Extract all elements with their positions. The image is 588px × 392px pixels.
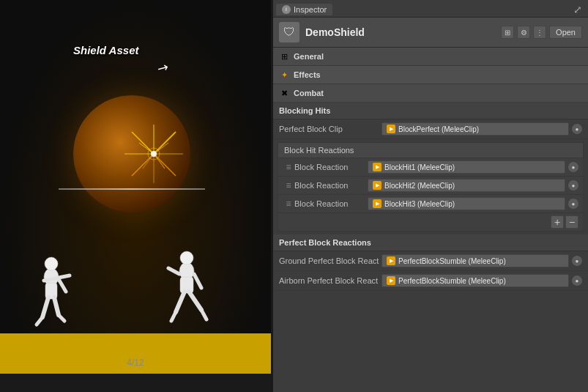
perfect-block-clip-text: BlockPerfect (MeleeClip) [398, 125, 479, 133]
indent-icon-3: ≡ [283, 199, 294, 209]
block-reaction-dot-1[interactable]: ● [568, 162, 578, 172]
ground-perfect-block-clip[interactable]: ▶ PerfectBlockStumble (MeleeClip) [382, 254, 569, 267]
airborn-perfect-block-clip[interactable]: ▶ PerfectBlockStumble (MeleeClip) [382, 274, 569, 287]
svg-line-4 [154, 132, 176, 154]
effects-icon: ✦ [279, 70, 289, 80]
clip-icon-3: ▶ [373, 181, 382, 190]
combat-label: Combat [294, 89, 324, 97]
effects-label: Effects [294, 70, 321, 79]
svg-line-17 [59, 279, 66, 292]
block-reaction-dot-3[interactable]: ● [568, 199, 578, 209]
annotation-text: Shield Asset [73, 44, 138, 56]
general-label: General [294, 52, 324, 61]
combat-icon: ✖ [279, 88, 289, 98]
svg-line-26 [194, 274, 201, 288]
inspector-header: 🛡 DemoShield ⊞ ⚙ ⋮ Open [273, 18, 588, 48]
section-general[interactable]: ⊞ General [273, 48, 588, 66]
indent-icon-2: ≡ [283, 180, 294, 191]
svg-line-19 [42, 297, 48, 317]
block-reaction-value-2: ▶ BlockHit2 (MeleeClip) ● [368, 179, 578, 192]
fighter-right [161, 248, 212, 337]
ground-perfect-block-value: ▶ PerfectBlockStumble (MeleeClip) ● [382, 254, 582, 267]
block-reaction-clip-3[interactable]: ▶ BlockHit3 (MeleeClip) [368, 197, 565, 210]
clip-icon-1: ▶ [387, 125, 395, 133]
inspector-tab-label: Inspector [294, 5, 327, 14]
annotation-arrow: ↗ [155, 59, 172, 78]
section-effects[interactable]: ✦ Effects [273, 66, 588, 84]
svg-line-22 [59, 315, 64, 321]
block-reaction-clip-1[interactable]: ▶ BlockHit1 (MeleeClip) [368, 160, 565, 174]
clip-icon-2: ▶ [373, 163, 382, 171]
block-reaction-row-3: ≡ Block Reaction ▶ BlockHit3 (MeleeClip)… [278, 195, 583, 213]
block-reaction-text-1: BlockHit1 (MeleeClip) [384, 163, 455, 171]
header-icon-btn-1[interactable]: ⊞ [501, 26, 514, 39]
airborn-perfect-block-label: Airborn Perfect Block React [279, 276, 382, 285]
svg-line-28 [176, 292, 185, 312]
perfect-block-clip-value: ▶ BlockPerfect (MeleeClip) ● [382, 122, 582, 136]
svg-point-12 [151, 151, 157, 157]
section-combat[interactable]: ✖ Combat [273, 84, 588, 103]
header-buttons: ⊞ ⚙ ⋮ Open [501, 26, 582, 39]
svg-rect-27 [180, 277, 193, 293]
page-counter: 4/12 [0, 358, 271, 368]
inspector-tab-bar: i Inspector ⤢ [273, 0, 588, 18]
viewport-background: Shield Asset ↗ [0, 0, 271, 374]
inspector-tab[interactable]: i Inspector [276, 4, 332, 15]
svg-line-21 [54, 297, 59, 315]
inspector-panel: i Inspector ⤢ 🛡 DemoShield ⊞ ⚙ ⋮ Open ⊞ … [273, 0, 588, 392]
general-icon: ⊞ [279, 51, 289, 62]
block-reaction-label-2: Block Reaction [294, 181, 368, 190]
open-button[interactable]: Open [549, 26, 582, 39]
remove-reaction-button[interactable]: − [565, 215, 578, 229]
svg-line-2 [132, 154, 154, 176]
block-reaction-dot-2[interactable]: ● [568, 180, 578, 191]
perfect-block-clip-field[interactable]: ▶ BlockPerfect (MeleeClip) [382, 122, 569, 136]
svg-line-29 [171, 312, 176, 321]
add-remove-row: + − [278, 213, 583, 231]
block-reaction-text-3: BlockHit3 (MeleeClip) [384, 200, 455, 208]
block-reaction-clip-2[interactable]: ▶ BlockHit2 (MeleeClip) [368, 179, 565, 192]
block-reaction-label-1: Block Reaction [294, 163, 368, 171]
clip-icon-5: ▶ [387, 256, 395, 265]
shield-icon: 🛡 [279, 22, 299, 42]
block-reaction-label-3: Block Reaction [294, 199, 368, 208]
ground-perfect-block-text: PerfectBlockStumble (MeleeClip) [398, 257, 506, 265]
svg-line-0 [132, 132, 154, 154]
perfect-block-dot-btn[interactable]: ● [572, 124, 582, 134]
svg-line-30 [189, 292, 201, 310]
block-reaction-value-3: ▶ BlockHit3 (MeleeClip) ● [368, 197, 578, 210]
blocking-hits-header: Blocking Hits [273, 103, 588, 119]
sword-line [59, 188, 205, 190]
fighter-left [29, 255, 73, 337]
add-reaction-button[interactable]: + [551, 215, 564, 229]
svg-point-24 [180, 251, 193, 265]
asset-name: DemoShield [305, 26, 495, 38]
clip-icon-6: ▶ [387, 276, 395, 285]
header-icon-btn-2[interactable]: ⚙ [517, 26, 530, 39]
game-viewport: Shield Asset ↗ 4/12 [0, 0, 271, 374]
block-hit-reactions-group: Block Hit Reactions ≡ Block Reaction ▶ B… [278, 142, 584, 232]
airborn-perfect-block-value: ▶ PerfectBlockStumble (MeleeClip) ● [382, 274, 582, 287]
ground-perfect-block-label: Ground Perfect Block React [279, 256, 382, 265]
ground-perfect-block-row: Ground Perfect Block React ▶ PerfectBloc… [273, 251, 588, 271]
airborn-perfect-block-dot[interactable]: ● [572, 275, 582, 286]
svg-line-25 [168, 268, 179, 274]
airborn-perfect-block-text: PerfectBlockStumble (MeleeClip) [398, 277, 506, 285]
block-reaction-text-2: BlockHit2 (MeleeClip) [384, 182, 455, 190]
indent-icon-1: ≡ [283, 162, 294, 172]
block-reaction-value-1: ▶ BlockHit1 (MeleeClip) ● [368, 160, 578, 174]
expand-button[interactable]: ⤢ [570, 4, 585, 15]
clip-icon-4: ▶ [373, 199, 382, 208]
svg-point-15 [45, 257, 58, 270]
airborn-perfect-block-row: Airborn Perfect Block React ▶ PerfectBlo… [273, 271, 588, 291]
spark-effects [117, 117, 190, 192]
shield-asset-annotation: Shield Asset [73, 44, 138, 56]
svg-line-20 [37, 317, 42, 325]
block-reaction-row-1: ≡ Block Reaction ▶ BlockHit1 (MeleeClip)… [278, 158, 583, 177]
perfect-block-clip-label: Perfect Block Clip [279, 125, 382, 133]
header-icon-btn-3[interactable]: ⋮ [533, 26, 546, 39]
ground-perfect-block-dot[interactable]: ● [572, 256, 582, 266]
perfect-block-reactions-header: Perfect Block Reactions [273, 234, 588, 251]
inspector-tab-icon: i [282, 5, 291, 14]
block-reaction-row-2: ≡ Block Reaction ▶ BlockHit2 (MeleeClip)… [278, 177, 583, 195]
